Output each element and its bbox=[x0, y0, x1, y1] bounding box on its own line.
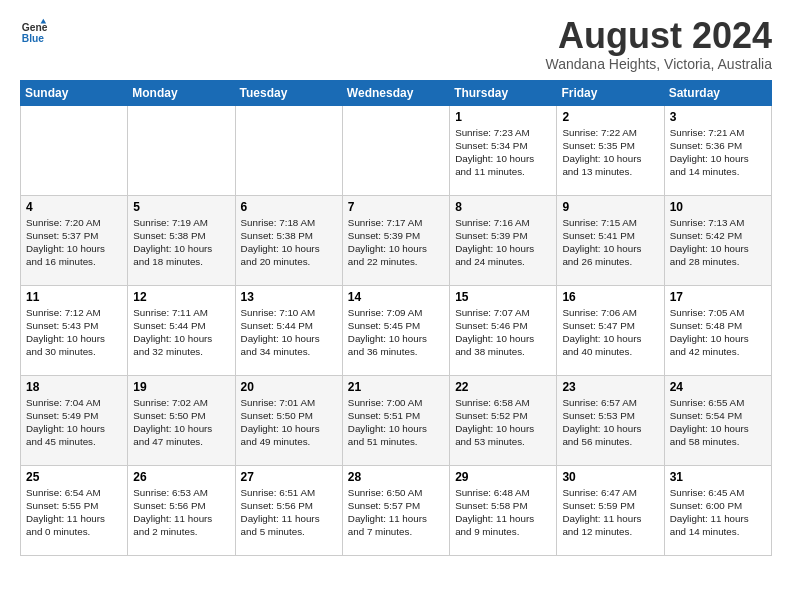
day-number: 19 bbox=[133, 380, 229, 394]
calendar-cell: 1Sunrise: 7:23 AM Sunset: 5:34 PM Daylig… bbox=[450, 105, 557, 195]
day-number: 13 bbox=[241, 290, 337, 304]
day-number: 12 bbox=[133, 290, 229, 304]
day-number: 22 bbox=[455, 380, 551, 394]
calendar-week-1: 1Sunrise: 7:23 AM Sunset: 5:34 PM Daylig… bbox=[21, 105, 772, 195]
calendar-table: SundayMondayTuesdayWednesdayThursdayFrid… bbox=[20, 80, 772, 556]
calendar-cell bbox=[21, 105, 128, 195]
svg-text:Blue: Blue bbox=[22, 33, 45, 44]
calendar-cell: 31Sunrise: 6:45 AM Sunset: 6:00 PM Dayli… bbox=[664, 465, 771, 555]
day-number: 20 bbox=[241, 380, 337, 394]
calendar-week-4: 18Sunrise: 7:04 AM Sunset: 5:49 PM Dayli… bbox=[21, 375, 772, 465]
calendar-cell: 27Sunrise: 6:51 AM Sunset: 5:56 PM Dayli… bbox=[235, 465, 342, 555]
calendar-cell: 3Sunrise: 7:21 AM Sunset: 5:36 PM Daylig… bbox=[664, 105, 771, 195]
calendar-cell: 18Sunrise: 7:04 AM Sunset: 5:49 PM Dayli… bbox=[21, 375, 128, 465]
calendar-cell bbox=[128, 105, 235, 195]
calendar-cell: 23Sunrise: 6:57 AM Sunset: 5:53 PM Dayli… bbox=[557, 375, 664, 465]
day-number: 14 bbox=[348, 290, 444, 304]
day-info: Sunrise: 7:00 AM Sunset: 5:51 PM Dayligh… bbox=[348, 396, 444, 449]
logo: General Blue bbox=[20, 16, 48, 44]
calendar-cell: 29Sunrise: 6:48 AM Sunset: 5:58 PM Dayli… bbox=[450, 465, 557, 555]
calendar-cell: 4Sunrise: 7:20 AM Sunset: 5:37 PM Daylig… bbox=[21, 195, 128, 285]
calendar-cell bbox=[235, 105, 342, 195]
calendar-cell: 12Sunrise: 7:11 AM Sunset: 5:44 PM Dayli… bbox=[128, 285, 235, 375]
calendar-week-5: 25Sunrise: 6:54 AM Sunset: 5:55 PM Dayli… bbox=[21, 465, 772, 555]
calendar-cell: 21Sunrise: 7:00 AM Sunset: 5:51 PM Dayli… bbox=[342, 375, 449, 465]
day-number: 25 bbox=[26, 470, 122, 484]
day-info: Sunrise: 7:01 AM Sunset: 5:50 PM Dayligh… bbox=[241, 396, 337, 449]
logo-icon: General Blue bbox=[20, 16, 48, 44]
day-info: Sunrise: 7:23 AM Sunset: 5:34 PM Dayligh… bbox=[455, 126, 551, 179]
day-number: 21 bbox=[348, 380, 444, 394]
calendar-cell: 8Sunrise: 7:16 AM Sunset: 5:39 PM Daylig… bbox=[450, 195, 557, 285]
day-number: 30 bbox=[562, 470, 658, 484]
day-info: Sunrise: 7:02 AM Sunset: 5:50 PM Dayligh… bbox=[133, 396, 229, 449]
calendar-week-2: 4Sunrise: 7:20 AM Sunset: 5:37 PM Daylig… bbox=[21, 195, 772, 285]
day-number: 27 bbox=[241, 470, 337, 484]
day-number: 31 bbox=[670, 470, 766, 484]
calendar-cell: 25Sunrise: 6:54 AM Sunset: 5:55 PM Dayli… bbox=[21, 465, 128, 555]
title-area: August 2024 Wandana Heights, Victoria, A… bbox=[546, 16, 772, 72]
calendar-cell: 9Sunrise: 7:15 AM Sunset: 5:41 PM Daylig… bbox=[557, 195, 664, 285]
day-number: 18 bbox=[26, 380, 122, 394]
day-number: 28 bbox=[348, 470, 444, 484]
day-info: Sunrise: 6:58 AM Sunset: 5:52 PM Dayligh… bbox=[455, 396, 551, 449]
calendar-cell: 7Sunrise: 7:17 AM Sunset: 5:39 PM Daylig… bbox=[342, 195, 449, 285]
day-info: Sunrise: 6:47 AM Sunset: 5:59 PM Dayligh… bbox=[562, 486, 658, 539]
day-info: Sunrise: 7:06 AM Sunset: 5:47 PM Dayligh… bbox=[562, 306, 658, 359]
day-info: Sunrise: 6:54 AM Sunset: 5:55 PM Dayligh… bbox=[26, 486, 122, 539]
day-info: Sunrise: 7:07 AM Sunset: 5:46 PM Dayligh… bbox=[455, 306, 551, 359]
calendar-cell: 11Sunrise: 7:12 AM Sunset: 5:43 PM Dayli… bbox=[21, 285, 128, 375]
column-header-thursday: Thursday bbox=[450, 80, 557, 105]
calendar-cell: 15Sunrise: 7:07 AM Sunset: 5:46 PM Dayli… bbox=[450, 285, 557, 375]
day-info: Sunrise: 7:04 AM Sunset: 5:49 PM Dayligh… bbox=[26, 396, 122, 449]
calendar-header-row: SundayMondayTuesdayWednesdayThursdayFrid… bbox=[21, 80, 772, 105]
calendar-cell: 22Sunrise: 6:58 AM Sunset: 5:52 PM Dayli… bbox=[450, 375, 557, 465]
day-info: Sunrise: 7:10 AM Sunset: 5:44 PM Dayligh… bbox=[241, 306, 337, 359]
day-number: 2 bbox=[562, 110, 658, 124]
calendar-cell: 20Sunrise: 7:01 AM Sunset: 5:50 PM Dayli… bbox=[235, 375, 342, 465]
calendar-cell: 10Sunrise: 7:13 AM Sunset: 5:42 PM Dayli… bbox=[664, 195, 771, 285]
calendar-cell: 6Sunrise: 7:18 AM Sunset: 5:38 PM Daylig… bbox=[235, 195, 342, 285]
day-number: 9 bbox=[562, 200, 658, 214]
day-info: Sunrise: 7:19 AM Sunset: 5:38 PM Dayligh… bbox=[133, 216, 229, 269]
month-title: August 2024 bbox=[546, 16, 772, 56]
column-header-sunday: Sunday bbox=[21, 80, 128, 105]
day-number: 11 bbox=[26, 290, 122, 304]
day-info: Sunrise: 6:55 AM Sunset: 5:54 PM Dayligh… bbox=[670, 396, 766, 449]
calendar-cell: 5Sunrise: 7:19 AM Sunset: 5:38 PM Daylig… bbox=[128, 195, 235, 285]
day-info: Sunrise: 7:18 AM Sunset: 5:38 PM Dayligh… bbox=[241, 216, 337, 269]
day-info: Sunrise: 7:21 AM Sunset: 5:36 PM Dayligh… bbox=[670, 126, 766, 179]
day-info: Sunrise: 7:17 AM Sunset: 5:39 PM Dayligh… bbox=[348, 216, 444, 269]
day-number: 17 bbox=[670, 290, 766, 304]
day-number: 7 bbox=[348, 200, 444, 214]
day-info: Sunrise: 6:57 AM Sunset: 5:53 PM Dayligh… bbox=[562, 396, 658, 449]
day-info: Sunrise: 7:20 AM Sunset: 5:37 PM Dayligh… bbox=[26, 216, 122, 269]
day-info: Sunrise: 6:50 AM Sunset: 5:57 PM Dayligh… bbox=[348, 486, 444, 539]
column-header-friday: Friday bbox=[557, 80, 664, 105]
day-info: Sunrise: 7:11 AM Sunset: 5:44 PM Dayligh… bbox=[133, 306, 229, 359]
day-info: Sunrise: 6:45 AM Sunset: 6:00 PM Dayligh… bbox=[670, 486, 766, 539]
calendar-cell: 19Sunrise: 7:02 AM Sunset: 5:50 PM Dayli… bbox=[128, 375, 235, 465]
day-number: 1 bbox=[455, 110, 551, 124]
column-header-monday: Monday bbox=[128, 80, 235, 105]
day-info: Sunrise: 6:53 AM Sunset: 5:56 PM Dayligh… bbox=[133, 486, 229, 539]
day-info: Sunrise: 7:16 AM Sunset: 5:39 PM Dayligh… bbox=[455, 216, 551, 269]
calendar-cell: 13Sunrise: 7:10 AM Sunset: 5:44 PM Dayli… bbox=[235, 285, 342, 375]
column-header-saturday: Saturday bbox=[664, 80, 771, 105]
calendar-cell: 30Sunrise: 6:47 AM Sunset: 5:59 PM Dayli… bbox=[557, 465, 664, 555]
calendar-cell: 2Sunrise: 7:22 AM Sunset: 5:35 PM Daylig… bbox=[557, 105, 664, 195]
page-header: General Blue August 2024 Wandana Heights… bbox=[20, 16, 772, 72]
day-info: Sunrise: 7:09 AM Sunset: 5:45 PM Dayligh… bbox=[348, 306, 444, 359]
calendar-cell: 14Sunrise: 7:09 AM Sunset: 5:45 PM Dayli… bbox=[342, 285, 449, 375]
day-number: 15 bbox=[455, 290, 551, 304]
column-header-tuesday: Tuesday bbox=[235, 80, 342, 105]
location-title: Wandana Heights, Victoria, Australia bbox=[546, 56, 772, 72]
calendar-cell: 26Sunrise: 6:53 AM Sunset: 5:56 PM Dayli… bbox=[128, 465, 235, 555]
day-number: 3 bbox=[670, 110, 766, 124]
calendar-cell: 28Sunrise: 6:50 AM Sunset: 5:57 PM Dayli… bbox=[342, 465, 449, 555]
column-header-wednesday: Wednesday bbox=[342, 80, 449, 105]
day-number: 23 bbox=[562, 380, 658, 394]
day-number: 4 bbox=[26, 200, 122, 214]
day-number: 24 bbox=[670, 380, 766, 394]
day-info: Sunrise: 6:48 AM Sunset: 5:58 PM Dayligh… bbox=[455, 486, 551, 539]
